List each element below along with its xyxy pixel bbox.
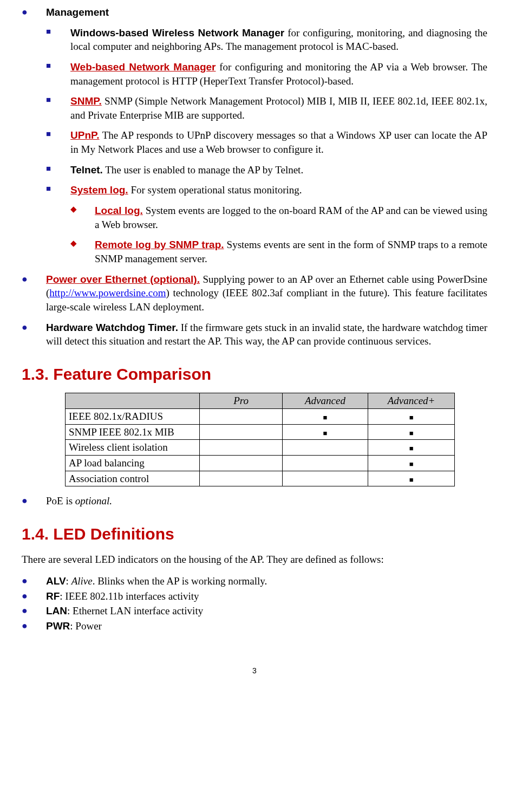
table-cell: IEEE 802.1x/RADIUS — [66, 408, 200, 424]
bullet-circle-icon: ● — [22, 574, 46, 587]
item-rest: For system operational status monitoring… — [128, 184, 302, 196]
bullet-circle-icon: ● — [22, 5, 46, 18]
bullet-circle-icon: ● — [22, 494, 46, 507]
item-lead-link[interactable]: System log. — [70, 184, 128, 196]
table-cell: SNMP IEEE 802.1x MIB — [66, 424, 200, 440]
body-text: PWR: Power — [46, 619, 487, 633]
table-header-row: Pro Advanced Advanced+ — [66, 393, 455, 409]
bullet-square-icon: ■ — [46, 94, 70, 105]
item-lead-link[interactable]: SNMP. — [70, 95, 102, 107]
bullet-circle-icon: ● — [22, 619, 46, 632]
list-item: ● Management — [22, 5, 487, 20]
bullet-square-icon: ■ — [46, 128, 70, 139]
table-cell — [200, 424, 283, 440]
table-cell: ■ — [368, 408, 455, 424]
list-item: ● PWR: Power — [22, 619, 487, 633]
management-heading: Management — [46, 7, 109, 18]
section-heading-led-definitions: 1.4. LED Definitions — [22, 523, 487, 545]
body-text: RF: IEEE 802.11b interfaces activity — [46, 589, 487, 603]
led-intro: There are several LED indicators on the … — [22, 553, 487, 567]
url-link[interactable]: http://www.powerdsine.com — [49, 287, 166, 298]
bullet-circle-icon: ● — [22, 272, 46, 285]
item-rest: System events are logged to the on-board… — [95, 205, 487, 230]
item-lead-link[interactable]: Local log. — [95, 205, 143, 216]
body-text: ALV: Alive. Blinks when the AP is workin… — [46, 574, 487, 588]
table-cell: Wireless client isolation — [66, 440, 200, 456]
table-header: Advanced+ — [368, 393, 455, 409]
led-name: RF — [46, 590, 60, 602]
list-item: ◆ Local log. System events are logged to… — [70, 204, 487, 231]
table-row: AP load balancing ■ — [66, 455, 455, 471]
table-cell: ■ — [368, 424, 455, 440]
item-lead-link[interactable]: Power over Ethernet (optional). — [46, 274, 200, 285]
body-text: Local log. System events are logged to t… — [95, 204, 487, 231]
bullet-square-icon: ■ — [46, 183, 70, 194]
table-header: Advanced — [282, 393, 368, 409]
list-item: ■ Windows-based Wireless Network Manager… — [46, 26, 487, 54]
table-cell — [200, 471, 283, 486]
table-cell: ■ — [282, 408, 368, 424]
body-text: PoE is optional. — [46, 494, 487, 508]
item-lead-link[interactable]: UPnP. — [70, 129, 100, 141]
table-cell — [200, 455, 283, 471]
table-row: SNMP IEEE 802.1x MIB ■ ■ — [66, 424, 455, 440]
list-item: ● LAN: Ethernet LAN interface activity — [22, 604, 487, 618]
table-row: Association control ■ — [66, 471, 455, 486]
bullet-square-icon: ■ — [46, 163, 70, 174]
body-text: Windows-based Wireless Network Manager f… — [70, 26, 487, 54]
list-item: ■ Web-based Network Manager for configur… — [46, 60, 487, 88]
list-item: ● PoE is optional. — [22, 494, 487, 508]
led-sep: : — [60, 590, 65, 602]
item-rest: SNMP (Simple Network Management Protocol… — [70, 95, 487, 121]
list-item: ◆ Remote log by SNMP trap. Systems event… — [70, 238, 487, 265]
list-item: ● RF: IEEE 802.11b interfaces activity — [22, 589, 487, 603]
body-text: LAN: Ethernet LAN interface activity — [46, 604, 487, 618]
table-cell — [282, 455, 368, 471]
note-a: PoE is — [46, 495, 75, 506]
list-item: ■ Telnet. The user is enabled to manage … — [46, 163, 487, 177]
led-sep: : — [70, 620, 75, 632]
led-sep: : — [66, 575, 71, 587]
feature-comparison-table: Pro Advanced Advanced+ IEEE 802.1x/RADIU… — [65, 393, 455, 486]
item-lead-link[interactable]: Web-based Network Manager — [70, 61, 216, 73]
body-text: Hardware Watchdog Timer. If the firmware… — [46, 321, 487, 348]
table-cell — [200, 440, 283, 456]
body-text: Telnet. The user is enabled to manage th… — [70, 163, 487, 177]
body-text: Web-based Network Manager for configurin… — [70, 60, 487, 88]
bullet-square-icon: ■ — [46, 60, 70, 71]
table-row: IEEE 802.1x/RADIUS ■ ■ — [66, 408, 455, 424]
body-text: Remote log by SNMP trap. Systems events … — [95, 238, 487, 265]
item-rest-c: and use a Web browser to configure it. — [162, 144, 323, 155]
table-cell: ■ — [282, 424, 368, 440]
led-rest: . Blinks when the AP is working normally… — [93, 575, 267, 587]
table-cell — [282, 471, 368, 486]
led-rest: Power — [75, 620, 102, 632]
list-item: ■ System log. For system operational sta… — [46, 183, 487, 197]
body-text: System log. For system operational statu… — [70, 183, 487, 197]
led-name: ALV — [46, 575, 66, 587]
item-rest-b: My Network Places — [81, 144, 163, 155]
section-heading-feature-comparison: 1.3. Feature Comparison — [22, 363, 487, 386]
table-row: Wireless client isolation ■ — [66, 440, 455, 456]
bullet-circle-icon: ● — [22, 604, 46, 617]
led-name: LAN — [46, 605, 67, 616]
led-rest: Ethernet LAN interface activity — [73, 605, 203, 616]
bullet-circle-icon: ● — [22, 321, 46, 334]
led-ital: Alive — [71, 575, 93, 587]
list-item: ■ SNMP. SNMP (Simple Network Management … — [46, 94, 487, 122]
table-cell: Association control — [66, 471, 200, 486]
table-cell — [200, 408, 283, 424]
item-lead: Hardware Watchdog Timer. — [46, 322, 178, 333]
table-cell: AP load balancing — [66, 455, 200, 471]
body-text: Power over Ethernet (optional). Supplyin… — [46, 272, 487, 314]
bullet-square-icon: ■ — [46, 26, 70, 37]
item-rest: The user is enabled to manage the AP by … — [103, 164, 303, 176]
item-lead-link[interactable]: Remote log by SNMP trap. — [95, 239, 224, 250]
table-header: Pro — [200, 393, 283, 409]
led-name: PWR — [46, 620, 70, 632]
table-cell: ■ — [368, 455, 455, 471]
list-item: ● Power over Ethernet (optional). Supply… — [22, 272, 487, 314]
led-rest: IEEE 802.11b interfaces activity — [65, 590, 199, 602]
bullet-diamond-icon: ◆ — [70, 238, 95, 249]
list-item: ● ALV: Alive. Blinks when the AP is work… — [22, 574, 487, 588]
